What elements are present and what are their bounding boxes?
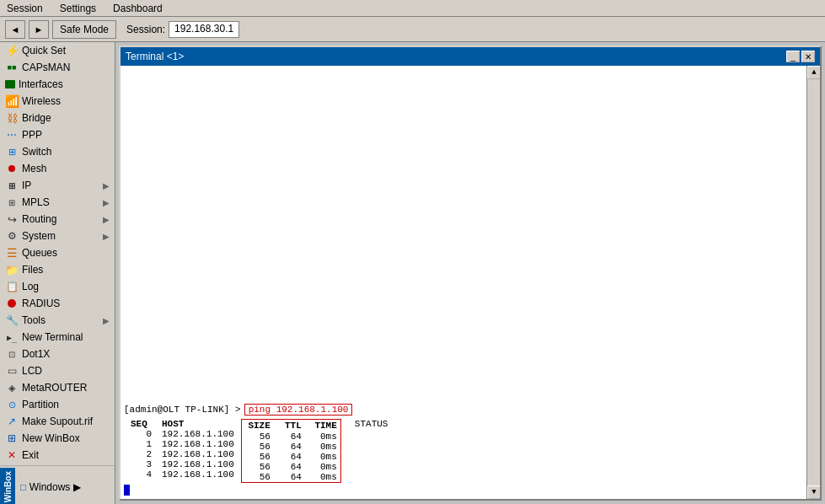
dot1x-icon: ⊡ [5, 347, 19, 361]
ping-right-row: 56640ms [242, 432, 340, 442]
sidebar-label-queues: Queues [22, 247, 57, 259]
sidebar-label-make-supout: Make Supout.rif [22, 416, 93, 427]
sidebar-item-lcd[interactable]: ▭ LCD [0, 362, 115, 379]
sidebar-item-interfaces[interactable]: Interfaces [0, 76, 115, 93]
partition-icon: ⊙ [5, 398, 19, 411]
sidebar-item-newterminal[interactable]: ▶_ New Terminal [0, 329, 115, 346]
routing-arrow: ▶ [103, 215, 110, 224]
ping-host: 192.168.1.100 [162, 429, 234, 439]
ping-output: SEQ HOST 0192.168.1.1001192.168.1.100219… [131, 419, 801, 483]
sidebar-label-newwinbox: New WinBox [22, 432, 80, 444]
terminal-content: [admin@OLT TP-LINK] > ping 192.168.1.100… [124, 69, 817, 496]
quickset-icon: ⚡ [5, 44, 19, 57]
ping-row: 4192.168.1.100 [131, 469, 234, 480]
menu-settings[interactable]: Settings [56, 1, 99, 16]
ping-status-header: STATUS [355, 419, 388, 429]
terminal-window: Terminal <1> _ ✕ ▲ ▼ [119, 46, 822, 501]
sidebar-item-ppp[interactable]: ⋯ PPP [0, 126, 115, 143]
sidebar-item-dot1x[interactable]: ⊡ Dot1X [0, 346, 115, 362]
session-label: Session: [126, 24, 165, 35]
routing-icon: ↪ [5, 212, 19, 226]
terminal-body[interactable]: ▲ ▼ [admin@OLT TP-LINK] > ping 192.168.1… [121, 66, 820, 499]
bridge-icon: ⛓ [5, 111, 19, 125]
sidebar-item-tools[interactable]: 🔧 Tools ▶ [0, 312, 115, 329]
make-supout-icon: ↗ [5, 415, 19, 428]
cursor-line [124, 485, 801, 496]
ping-row: 1192.168.1.100 [131, 439, 234, 449]
sidebar-item-newwinbox[interactable]: ⊞ New WinBox [0, 430, 115, 447]
sidebar-label-exit: Exit [22, 449, 39, 461]
mesh-icon [5, 162, 19, 175]
sidebar-item-files[interactable]: 📁 Files [0, 261, 115, 278]
sidebar-item-exit[interactable]: ✕ Exit [0, 447, 115, 464]
ping-host: 192.168.1.100 [162, 459, 234, 469]
ping-seq: 2 [131, 449, 152, 459]
sidebar-item-mpls[interactable]: ⊞ MPLS ▶ [0, 194, 115, 211]
ip-icon: ⊞ [5, 179, 19, 192]
back-button[interactable]: ◄ [5, 20, 25, 39]
ping-left-table: SEQ HOST 0192.168.1.1001192.168.1.100219… [131, 419, 234, 480]
scroll-up-button[interactable]: ▲ [807, 66, 820, 79]
col-header-ttl: TTL [281, 421, 302, 431]
ping-host: 192.168.1.100 [162, 449, 234, 459]
sidebar-item-routing[interactable]: ↪ Routing ▶ [0, 211, 115, 228]
command-text: ping 192.168.1.100 [244, 404, 353, 416]
menu-dashboard[interactable]: Dashboard [110, 1, 166, 16]
sidebar-label-mesh: Mesh [22, 163, 46, 174]
sidebar-item-system[interactable]: ⚙ System ▶ [0, 228, 115, 244]
log-icon: 📋 [5, 280, 19, 293]
ping-ttl: 64 [281, 462, 302, 472]
tools-icon: 🔧 [5, 314, 19, 327]
menu-bar: Session Settings Dashboard [0, 0, 825, 17]
exit-icon: ✕ [5, 448, 19, 462]
terminal-scrollbar[interactable]: ▲ ▼ [806, 66, 820, 499]
sidebar-label-partition: Partition [22, 399, 59, 410]
sidebar-item-switch[interactable]: ⊞ Switch [0, 143, 115, 160]
ping-size: 56 [245, 462, 271, 472]
sidebar-item-capsman[interactable]: ■■ CAPsMAN [0, 59, 115, 76]
sidebar-item-mesh[interactable]: Mesh [0, 160, 115, 177]
safe-mode-button[interactable]: Safe Mode [52, 20, 116, 39]
terminal-minimize-button[interactable]: _ [786, 51, 800, 62]
forward-button[interactable]: ► [29, 20, 49, 39]
toolbar: ◄ ► Safe Mode Session: 192.168.30.1 [0, 17, 825, 42]
sidebar-item-quickset[interactable]: ⚡ Quick Set [0, 42, 115, 59]
sidebar-item-wireless[interactable]: 📶 Wireless [0, 93, 115, 110]
ping-seq: 0 [131, 429, 152, 439]
ping-time: 0ms [312, 442, 337, 452]
sidebar-item-log[interactable]: 📋 Log [0, 278, 115, 295]
sidebar-item-ip[interactable]: ⊞ IP ▶ [0, 177, 115, 194]
command-prompt: [admin@OLT TP-LINK] > [124, 405, 241, 415]
ping-host: 192.168.1.100 [162, 439, 234, 449]
sidebar-label-interfaces: Interfaces [19, 78, 63, 90]
queues-icon: ☰ [5, 246, 19, 260]
terminal-titlebar: Terminal <1> _ ✕ [121, 47, 820, 66]
ping-right-row: 56640ms [242, 452, 340, 462]
command-line: [admin@OLT TP-LINK] > ping 192.168.1.100 [124, 404, 801, 416]
sidebar-label-switch: Switch [22, 146, 51, 158]
terminal-close-button[interactable]: ✕ [801, 51, 815, 62]
ping-right-row: 56640ms [242, 442, 340, 452]
sidebar-label-newterminal: New Terminal [22, 331, 83, 343]
ping-right-table: SIZE TTL TIME 56640ms56640ms56640ms56640… [241, 419, 341, 483]
sidebar-item-metarouter[interactable]: ◈ MetaROUTER [0, 379, 115, 396]
sidebar-item-make-supout[interactable]: ↗ Make Supout.rif [0, 413, 115, 430]
menu-session[interactable]: Session [3, 1, 46, 16]
sidebar-item-radius[interactable]: RADIUS [0, 295, 115, 312]
col-header-time: TIME [312, 421, 337, 431]
sidebar-item-bridge[interactable]: ⛓ Bridge [0, 110, 115, 126]
ping-time: 0ms [312, 432, 337, 442]
terminal-output: [admin@OLT TP-LINK] > ping 192.168.1.100… [124, 404, 801, 496]
sidebar-label-lcd: LCD [22, 365, 42, 377]
metarouter-icon: ◈ [5, 381, 19, 394]
sidebar-item-windows[interactable]: □ Windows ▶ [15, 479, 86, 496]
sidebar-item-partition[interactable]: ⊙ Partition [0, 396, 115, 413]
content-area: Terminal <1> _ ✕ ▲ ▼ [115, 42, 825, 504]
sidebar-label-ppp: PPP [22, 129, 42, 141]
scroll-down-button[interactable]: ▼ [807, 485, 820, 499]
ping-seq: 3 [131, 459, 152, 469]
sidebar-label-system: System [22, 230, 56, 242]
ping-right-row: 56640ms [242, 462, 340, 472]
sidebar-item-queues[interactable]: ☰ Queues [0, 244, 115, 261]
ping-right-row: 56640ms [242, 472, 340, 482]
